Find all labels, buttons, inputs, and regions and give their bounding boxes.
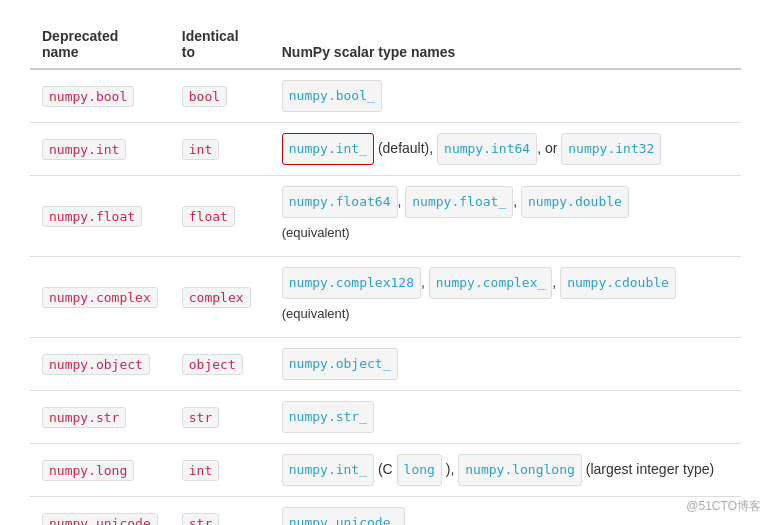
cell-deprecated: numpy.float [30, 176, 170, 257]
cell-identical: object [170, 338, 270, 391]
scalar-code: numpy.double [521, 186, 629, 218]
extra-text: (equivalent) [282, 306, 350, 321]
cell-identical: bool [170, 69, 270, 123]
header-deprecated: Deprecated name [30, 20, 170, 69]
cell-deprecated: numpy.int [30, 123, 170, 176]
table-row: numpy.boolboolnumpy.bool_ [30, 69, 741, 123]
deprecated-code: numpy.bool [42, 86, 134, 107]
identical-code: bool [182, 86, 227, 107]
scalar-code-longlong: numpy.longlong [458, 454, 582, 486]
deprecated-code: numpy.str [42, 407, 126, 428]
table-row: numpy.floatfloatnumpy.float64, numpy.flo… [30, 176, 741, 257]
cell-deprecated: numpy.long [30, 444, 170, 497]
identical-code: object [182, 354, 243, 375]
table-row: numpy.longintnumpy.int_ (C long ), numpy… [30, 444, 741, 497]
extra-text: (equivalent) [282, 225, 350, 240]
scalar-code: numpy.int_ [282, 454, 374, 486]
header-scalar: NumPy scalar type names [270, 20, 741, 69]
scalar-code: numpy.str_ [282, 401, 374, 433]
cell-deprecated: numpy.unicode [30, 497, 170, 526]
identical-code: complex [182, 287, 251, 308]
scalar-code-highlighted: numpy.int_ [282, 133, 374, 165]
cell-scalar: numpy.complex128, numpy.complex_, numpy.… [270, 257, 741, 338]
table-row: numpy.complexcomplexnumpy.complex128, nu… [30, 257, 741, 338]
identical-code: int [182, 460, 219, 481]
cell-scalar: numpy.int_ (default), numpy.int64, or nu… [270, 123, 741, 176]
scalar-code: numpy.float_ [405, 186, 513, 218]
table-row: numpy.strstrnumpy.str_ [30, 391, 741, 444]
table-row: numpy.intintnumpy.int_ (default), numpy.… [30, 123, 741, 176]
scalar-code: numpy.object_ [282, 348, 398, 380]
scalar-code: numpy.cdouble [560, 267, 676, 299]
cell-deprecated: numpy.str [30, 391, 170, 444]
scalar-code: numpy.unicode_ [282, 507, 406, 525]
scalar-code-long: long [397, 454, 442, 486]
cell-scalar: numpy.object_ [270, 338, 741, 391]
scalar-code: numpy.int64 [437, 133, 537, 165]
cell-identical: str [170, 391, 270, 444]
cell-scalar: numpy.int_ (C long ), numpy.longlong (la… [270, 444, 741, 497]
cell-scalar: numpy.unicode_ [270, 497, 741, 526]
scalar-code: numpy.int32 [561, 133, 661, 165]
cell-scalar: numpy.float64, numpy.float_, numpy.doubl… [270, 176, 741, 257]
table-row: numpy.unicodestrnumpy.unicode_ [30, 497, 741, 526]
identical-code: int [182, 139, 219, 160]
cell-identical: int [170, 444, 270, 497]
cell-identical: int [170, 123, 270, 176]
scalar-code: numpy.bool_ [282, 80, 382, 112]
table-row: numpy.objectobjectnumpy.object_ [30, 338, 741, 391]
cell-deprecated: numpy.object [30, 338, 170, 391]
cell-identical: float [170, 176, 270, 257]
cell-identical: str [170, 497, 270, 526]
deprecated-code: numpy.object [42, 354, 150, 375]
identical-code: str [182, 513, 219, 526]
cell-scalar: numpy.bool_ [270, 69, 741, 123]
main-table: Deprecated name Identical to NumPy scala… [30, 20, 741, 525]
cell-scalar: numpy.str_ [270, 391, 741, 444]
cell-deprecated: numpy.complex [30, 257, 170, 338]
identical-code: str [182, 407, 219, 428]
deprecated-code: numpy.unicode [42, 513, 158, 526]
cell-identical: complex [170, 257, 270, 338]
scalar-code: numpy.complex128 [282, 267, 421, 299]
deprecated-code: numpy.int [42, 139, 126, 160]
deprecated-code: numpy.float [42, 206, 142, 227]
cell-deprecated: numpy.bool [30, 69, 170, 123]
header-identical: Identical to [170, 20, 270, 69]
scalar-code: numpy.complex_ [429, 267, 553, 299]
deprecated-code: numpy.complex [42, 287, 158, 308]
watermark: @51CTO博客 [686, 498, 761, 515]
scalar-code: numpy.float64 [282, 186, 398, 218]
identical-code: float [182, 206, 235, 227]
deprecated-code: numpy.long [42, 460, 134, 481]
